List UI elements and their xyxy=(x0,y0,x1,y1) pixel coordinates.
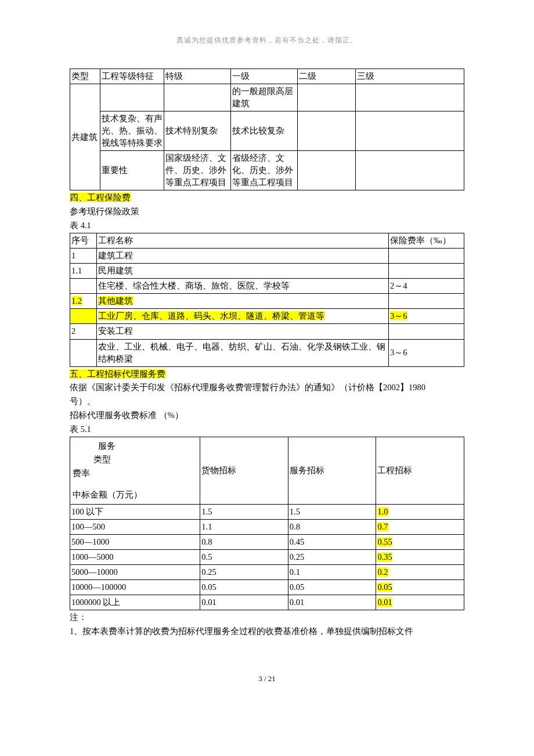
text: 依据《国家计委关于印发《招标代理服务收费管理暂行办法》的通知》（计价格 xyxy=(70,383,374,392)
cell: 1.5 xyxy=(200,505,288,520)
cell: 1 xyxy=(70,249,97,264)
hl-text: 0.7 xyxy=(377,522,388,531)
table-row: 2 安装工程 xyxy=(70,324,464,339)
table-row: 工业厂房、仓库、道路、码头、水坝、隧道、桥梁、管道等 3～6 xyxy=(70,309,464,324)
text: 【2002】1980 xyxy=(374,383,425,392)
col-special: 特级 xyxy=(164,69,231,84)
section-5-line3: 招标代理服务收费标准 （%） xyxy=(70,409,464,422)
text: 中标金额（万元） xyxy=(73,488,197,502)
type-cell: 共建筑 xyxy=(70,84,100,190)
table-row: 住宅楼、综合性大楼、商场、旅馆、医院、学校等 2～4 xyxy=(70,279,464,294)
cell: 0.8 xyxy=(200,535,288,550)
col-name: 工程名称 xyxy=(97,233,389,249)
cell: 技术比较复杂 xyxy=(231,111,298,151)
cell xyxy=(389,294,464,309)
cell: 0.01 xyxy=(200,595,288,610)
notes-label: 注： xyxy=(70,611,464,624)
hl-text: 1.0 xyxy=(377,507,388,516)
cell: 3～6 xyxy=(389,339,464,366)
table-label-5-1: 表 5.1 xyxy=(70,423,464,436)
cell: 1.1 xyxy=(70,264,97,279)
cell: 安装工程 xyxy=(97,324,389,339)
cell: 其他建筑 xyxy=(97,294,389,309)
cell: 1.2 xyxy=(70,294,97,309)
hl-text: 工业厂房、仓库、道路、码头、水坝、隧道、桥梁、管道等 xyxy=(98,311,324,321)
table-row: 100—500 1.1 0.8 0.7 xyxy=(70,520,464,535)
table-row: 重要性 国家级经济、文件、历史、涉外等重点工程项目 省级经济、文化、历史、涉外等… xyxy=(70,151,464,190)
cell: 民用建筑 xyxy=(97,264,389,279)
cell: 0.25 xyxy=(288,550,376,565)
col-rate: 保险费率（‰） xyxy=(389,233,464,249)
table-label-4-1: 表 4.1 xyxy=(70,219,464,232)
cell xyxy=(70,339,97,366)
header-note: 真诚为您提供优质参考资料，若有不当之处，请指正。 xyxy=(70,35,464,45)
col-project: 工程招标 xyxy=(376,437,464,505)
cell xyxy=(356,151,464,190)
cell: 0.01 xyxy=(288,595,376,610)
cell: 100—500 xyxy=(70,520,200,535)
cell xyxy=(100,84,164,111)
col-no: 序号 xyxy=(70,233,97,249)
table-row: 1000000 以上 0.01 0.01 0.01 xyxy=(70,595,464,610)
col-service: 服务招标 xyxy=(288,437,376,505)
insurance-rate-table: 序号 工程名称 保险费率（‰） 1 建筑工程 1.1 民用建筑 住宅楼、综合性大… xyxy=(70,233,464,366)
text: 服务 xyxy=(73,440,197,453)
cell xyxy=(356,84,464,111)
table-row: 100 以下 1.5 1.5 1.0 xyxy=(70,505,464,520)
cell: 5000—10000 xyxy=(70,565,200,580)
cell: 0.05 xyxy=(288,580,376,595)
cell: 0.7 xyxy=(376,520,464,535)
hl-text: 0.35 xyxy=(377,552,392,561)
page-number: 3 / 21 xyxy=(70,673,464,685)
cell: 0.45 xyxy=(288,535,376,550)
cell: 1000000 以上 xyxy=(70,595,200,610)
cell xyxy=(298,84,356,111)
hl-text: 其他建筑 xyxy=(98,296,133,305)
cell xyxy=(70,279,97,294)
col-type: 类型 xyxy=(70,69,100,84)
col-grade3: 三级 xyxy=(356,69,464,84)
cell: 500—1000 xyxy=(70,535,200,550)
cell: 1.5 xyxy=(288,505,376,520)
cell: 10000—100000 xyxy=(70,580,200,595)
section-5-line1: 依据《国家计委关于印发《招标代理服务收费管理暂行办法》的通知》（计价格【2002… xyxy=(70,381,464,394)
col-grade1: 一级 xyxy=(231,69,298,84)
cell: 0.5 xyxy=(200,550,288,565)
text: 费率 xyxy=(73,467,197,480)
cell: 建筑工程 xyxy=(97,249,389,264)
cell xyxy=(389,264,464,279)
cell: 工业厂房、仓库、道路、码头、水坝、隧道、桥梁、管道等 xyxy=(97,309,389,324)
cell: 农业、工业、机械、电子、电器、纺织、矿山、石油、化学及钢铁工业、钢结构桥梁 xyxy=(97,339,389,366)
text: 类型 xyxy=(73,453,197,466)
table-row: 5000—10000 0.25 0.1 0.2 xyxy=(70,565,464,580)
hl-text: 五、工程招标代理服务费 xyxy=(70,369,165,379)
table-row: 共建筑 的一般超限高层建筑 xyxy=(70,84,464,111)
table-row: 500—1000 0.8 0.45 0.55 xyxy=(70,535,464,550)
cell xyxy=(164,84,231,111)
table-row: 服务 类型 费率 中标金额（万元） 货物招标 服务招标 工程招标 xyxy=(70,437,464,505)
table-row: 1.2 其他建筑 xyxy=(70,294,464,309)
col-feature: 工程等级特征 xyxy=(100,69,164,84)
hl-text: 1.2 xyxy=(71,296,82,305)
hl-text: 0.2 xyxy=(377,567,388,577)
section-5-line2: 号）。 xyxy=(70,395,464,408)
hl-text: 0.01 xyxy=(377,597,392,607)
cell xyxy=(389,324,464,339)
cell xyxy=(70,309,97,324)
table-row: 1000—5000 0.5 0.25 0.35 xyxy=(70,550,464,565)
cell: 100 以下 xyxy=(70,505,200,520)
note-1: 1、按本表费率计算的收费为招标代理服务全过程的收费基准价格，单独提供编制招标文件 xyxy=(70,625,464,638)
cell: 0.01 xyxy=(376,595,464,610)
col-grade2: 二级 xyxy=(298,69,356,84)
project-grade-table: 类型 工程等级特征 特级 一级 二级 三级 共建筑 的一般超限高层建筑 技术复杂… xyxy=(70,69,464,190)
cell: 省级经济、文化、历史、涉外等重点工程项目 xyxy=(231,151,298,190)
hl-text: 0.05 xyxy=(377,582,392,592)
cell: 2～4 xyxy=(389,279,464,294)
cell: 的一般超限高层建筑 xyxy=(231,84,298,111)
cell: 1.1 xyxy=(200,520,288,535)
cell xyxy=(298,111,356,151)
hl-text: 四、工程保险费 xyxy=(70,193,131,202)
cell: 1000—5000 xyxy=(70,550,200,565)
cell: 0.25 xyxy=(200,565,288,580)
hl-text: 0.55 xyxy=(377,537,392,546)
